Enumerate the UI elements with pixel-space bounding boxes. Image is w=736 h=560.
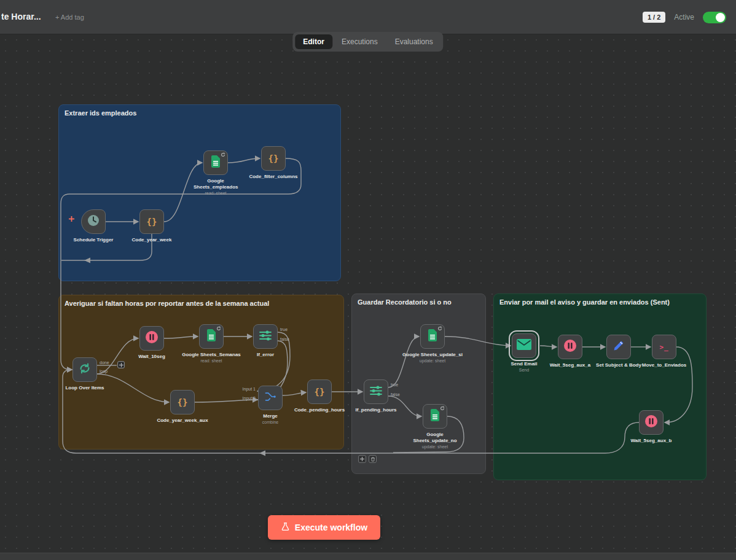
- trash-icon[interactable]: [369, 455, 377, 463]
- node-label: Google Sheets_update_no: [413, 432, 457, 444]
- active-label: Active: [674, 13, 694, 21]
- node-code-year-week[interactable]: {} Code_year_week: [139, 209, 164, 234]
- node-move-to-enviados[interactable]: >_ Move_to_Enviados: [652, 335, 676, 359]
- sticky-title: Guardar Recordatorio si o no: [358, 298, 480, 306]
- sticky-title: Enviar por mail el aviso y guardar en en…: [499, 298, 700, 306]
- execute-workflow-label: Execute workflow: [295, 523, 367, 532]
- tab-evaluations[interactable]: Evaluations: [387, 34, 441, 49]
- node-code-filter-columns[interactable]: {} Code_filter_columns: [261, 146, 286, 171]
- input-label-1: Input 1: [235, 387, 256, 391]
- refresh-badge-icon: [440, 406, 445, 411]
- execute-workflow-button[interactable]: Execute workflow: [268, 515, 380, 540]
- node-set-subject-body[interactable]: Set Subject & Body: [606, 335, 631, 359]
- node-wait-5seg-aux-b[interactable]: Wait_5seg_aux_b: [639, 410, 664, 435]
- node-label: Wait_5seg_aux_b: [631, 438, 672, 444]
- active-toggle[interactable]: [703, 12, 726, 23]
- loop-icon: [78, 362, 92, 378]
- node-merge[interactable]: Merge combine: [258, 386, 283, 410]
- node-label: Move_to_Enviados: [642, 362, 686, 368]
- node-if-error[interactable]: If_error: [253, 324, 278, 349]
- node-code-year-week-aux[interactable]: {} Code_year_week_aux: [170, 390, 195, 414]
- node-sublabel: update: sheet: [402, 359, 463, 363]
- code-icon: {}: [315, 387, 325, 397]
- refresh-badge-icon: [216, 326, 221, 331]
- google-sheets-icon: [211, 155, 221, 170]
- n8n-workflow-window: te Horar... + Add tag 1 / 2 Active Edito…: [0, 0, 736, 560]
- node-label: Set Subject & Body: [596, 362, 641, 368]
- sticky-toolbar: [358, 455, 377, 463]
- workflow-header: te Horar... + Add tag 1 / 2 Active: [0, 0, 736, 34]
- node-if-pending-hours[interactable]: If_pending_hours: [364, 379, 388, 404]
- clock-icon: [87, 214, 100, 230]
- toggle-knob-icon: [716, 13, 725, 22]
- node-label: Code_year_week: [132, 237, 172, 243]
- pagination-badge[interactable]: 1 / 2: [643, 12, 665, 23]
- node-label: Loop Over Items: [65, 385, 104, 391]
- add-tag-button[interactable]: + Add tag: [55, 14, 84, 21]
- terminal-icon: >_: [659, 343, 668, 351]
- refresh-badge-icon: [437, 326, 442, 331]
- node-schedule-trigger[interactable]: Schedule Trigger: [81, 209, 106, 234]
- input-label-2: Input 2: [235, 396, 256, 400]
- pencil-icon: [613, 340, 625, 354]
- pause-icon: [144, 330, 159, 347]
- sticky-title: Averiguar si faltan horas por reportar a…: [65, 300, 338, 307]
- node-label: Send Email: [511, 361, 537, 367]
- node-wait-10seg[interactable]: Wait_10seg: [139, 326, 164, 351]
- node-loop-over-items[interactable]: Loop Over Items: [72, 357, 97, 382]
- tab-editor[interactable]: Editor: [295, 34, 332, 49]
- node-label: Merge: [262, 413, 278, 419]
- google-sheets-icon: [206, 329, 216, 344]
- node-google-sheets-semanas[interactable]: Google Sheets_Semanas read: sheet: [199, 324, 224, 349]
- code-icon: {}: [147, 217, 157, 227]
- node-sublabel: Send: [511, 368, 537, 372]
- code-icon: {}: [268, 154, 279, 163]
- filter-icon: [259, 330, 272, 343]
- node-sublabel: read: sheet: [182, 359, 241, 363]
- node-google-sheets-update-no[interactable]: Google Sheets_update_no update: sheet: [423, 404, 447, 429]
- sticky-title: Extraer ids empleados: [65, 109, 335, 117]
- google-sheets-icon: [430, 409, 440, 424]
- code-icon: {}: [178, 397, 188, 407]
- node-send-email[interactable]: Send Email Send: [512, 333, 536, 358]
- node-wait-5seg-aux-a[interactable]: Wait_5seg_aux_a: [558, 335, 582, 359]
- node-label: Google Sheets_empleados: [194, 178, 238, 190]
- output-label-loop: loop: [100, 369, 108, 373]
- node-sublabel: update: sheet: [413, 445, 457, 449]
- email-icon: [517, 339, 531, 352]
- node-label: Google Sheets_update_si: [402, 352, 463, 358]
- google-sheets-icon: [428, 329, 437, 344]
- add-button[interactable]: [358, 455, 366, 463]
- node-label: Code_pending_hours: [294, 407, 345, 413]
- node-label: Schedule Trigger: [74, 237, 114, 243]
- output-label-true: true: [280, 327, 288, 332]
- view-tabbar: Editor Executions Evaluations: [292, 32, 443, 52]
- pause-icon: [563, 338, 577, 356]
- add-node-button[interactable]: [117, 361, 125, 368]
- sticky-note-send-mail[interactable]: Enviar por mail el aviso y guardar en en…: [493, 294, 707, 480]
- node-sublabel: combine: [262, 420, 278, 424]
- output-label-false: false: [280, 337, 289, 341]
- output-label-done: done: [100, 360, 109, 365]
- bottom-bar: [0, 553, 736, 560]
- output-label-true: true: [391, 383, 398, 387]
- node-label: Code_filter_columns: [249, 174, 297, 180]
- node-label: Wait_5seg_aux_a: [550, 362, 590, 368]
- node-google-sheets-empleados[interactable]: Google Sheets_empleados read: sheet: [203, 150, 228, 175]
- merge-icon: [264, 391, 276, 405]
- node-code-pending-hours[interactable]: {} Code_pending_hours: [307, 379, 332, 404]
- filter-icon: [370, 386, 382, 399]
- tab-executions[interactable]: Executions: [334, 34, 386, 49]
- refresh-badge-icon: [221, 152, 225, 157]
- node-label: If_error: [257, 352, 274, 358]
- flask-icon: [281, 522, 290, 533]
- pause-icon: [644, 414, 659, 431]
- node-google-sheets-update-si[interactable]: Google Sheets_update_si update: sheet: [420, 324, 445, 349]
- trigger-plus-icon: [69, 216, 74, 222]
- output-label-false: false: [391, 392, 400, 397]
- node-label: Google Sheets_Semanas: [182, 352, 241, 358]
- node-sublabel: read: sheet: [194, 191, 238, 195]
- node-label: Wait_10seg: [138, 354, 165, 360]
- node-label: Code_year_week_aux: [157, 418, 208, 424]
- workflow-title[interactable]: te Horar...: [1, 12, 52, 21]
